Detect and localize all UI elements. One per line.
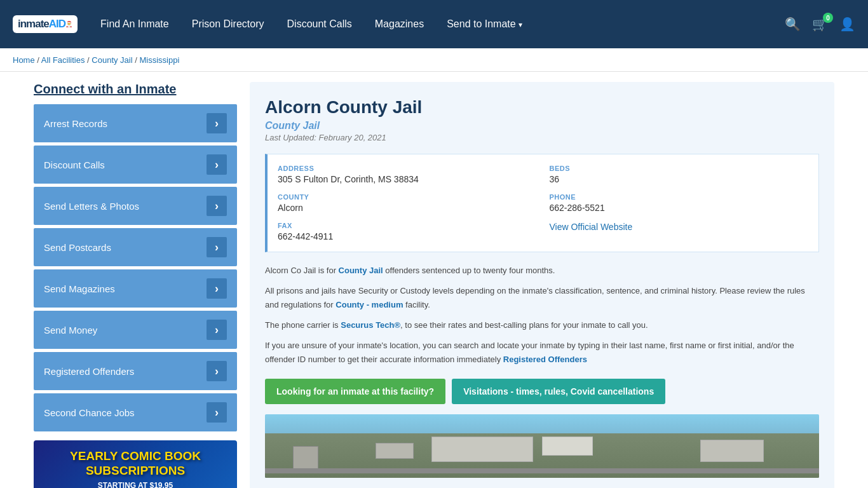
arrow-icon-send-letters: › xyxy=(207,196,227,216)
sidebar-item-send-postcards[interactable]: Send Postcards › xyxy=(34,228,237,266)
nav-icons: 🔍 🛒 0 👤 xyxy=(785,17,855,32)
sidebar-item-discount-calls[interactable]: Discount Calls › xyxy=(34,146,237,184)
ad-subtitle: STARTING AT $19.95 xyxy=(43,481,228,488)
county-block: COUNTY Alcorn xyxy=(278,193,537,213)
breadcrumb-home[interactable]: Home xyxy=(13,55,35,65)
sidebar-label-arrest-records: Arrest Records xyxy=(44,118,107,129)
fax-block: FAX 662-442-4911 xyxy=(278,222,537,241)
sidebar-label-send-money: Send Money xyxy=(44,325,97,336)
arrow-icon-send-postcards: › xyxy=(207,237,227,257)
sidebar-item-send-letters[interactable]: Send Letters & Photos › xyxy=(34,187,237,225)
county-label: COUNTY xyxy=(278,193,537,201)
nav-magazines[interactable]: Magazines xyxy=(375,18,424,30)
ad-title: YEARLY COMIC BOOKSUBSCRIPTIONS xyxy=(43,449,228,478)
county-value: Alcorn xyxy=(278,203,537,213)
sidebar-label-second-chance-jobs: Second Chance Jobs xyxy=(44,407,135,418)
arrow-icon-arrest-records: › xyxy=(207,113,227,133)
sidebar-title: Connect with an Inmate xyxy=(34,82,237,97)
sidebar-menu: Arrest Records › Discount Calls › Send L… xyxy=(34,104,237,431)
nav-send-to-inmate[interactable]: Send to Inmate ▾ xyxy=(447,18,522,30)
county-medium-link[interactable]: County - medium xyxy=(336,300,403,309)
visitations-button[interactable]: Visitations - times, rules, Covid cancel… xyxy=(452,379,665,404)
sidebar-item-second-chance-jobs[interactable]: Second Chance Jobs › xyxy=(34,393,237,431)
facility-image xyxy=(265,414,819,478)
arrow-icon-send-magazines: › xyxy=(207,278,227,299)
breadcrumb-mississippi[interactable]: Mississippi xyxy=(139,55,179,65)
nav-discount-calls[interactable]: Discount Calls xyxy=(287,18,352,30)
address-block: ADDRESS 305 S Fulton Dr, Corinth, MS 388… xyxy=(278,165,537,184)
arrow-icon-send-money: › xyxy=(207,320,227,340)
breadcrumb: Home / All Facilities / County Jail / Mi… xyxy=(13,55,179,65)
account-button[interactable]: 👤 xyxy=(839,17,855,32)
sidebar-item-registered-offenders[interactable]: Registered Offenders › xyxy=(34,352,237,390)
beds-label: BEDS xyxy=(550,165,809,172)
facility-updated: Last Updated: February 20, 2021 xyxy=(265,133,819,142)
facility-description: Alcorn Co Jail is for County Jail offend… xyxy=(265,264,819,367)
nav-find-inmate[interactable]: Find An Inmate xyxy=(100,18,169,30)
desc-paragraph-1: Alcorn Co Jail is for County Jail offend… xyxy=(265,264,819,278)
info-grid: ADDRESS 305 S Fulton Dr, Corinth, MS 388… xyxy=(265,154,819,252)
breadcrumb-county-jail[interactable]: County Jail xyxy=(92,55,132,65)
sidebar-item-send-money[interactable]: Send Money › xyxy=(34,311,237,349)
fax-value: 662-442-4911 xyxy=(278,231,537,241)
cta-buttons: Looking for an inmate at this facility? … xyxy=(265,379,819,404)
view-official-website-link[interactable]: View Official Website xyxy=(550,222,633,232)
county-jail-link-1[interactable]: County Jail xyxy=(339,266,383,275)
sidebar-item-arrest-records[interactable]: Arrest Records › xyxy=(34,104,237,142)
arrow-icon-second-chance-jobs: › xyxy=(207,402,227,423)
cart-badge: 0 xyxy=(823,13,833,23)
address-value: 305 S Fulton Dr, Corinth, MS 38834 xyxy=(278,174,537,184)
nav-links: Find An Inmate Prison Directory Discount… xyxy=(100,18,785,30)
address-label: ADDRESS xyxy=(278,165,537,172)
sidebar-label-send-letters: Send Letters & Photos xyxy=(44,201,139,212)
facility-name: Alcorn County Jail xyxy=(265,97,819,118)
facility-type: County Jail xyxy=(265,120,819,132)
arrow-icon-registered-offenders: › xyxy=(207,361,227,381)
phone-block: PHONE 662-286-5521 xyxy=(550,193,809,213)
looking-for-inmate-button[interactable]: Looking for an inmate at this facility? xyxy=(265,379,445,404)
sidebar-item-send-magazines[interactable]: Send Magazines › xyxy=(34,269,237,308)
content-area: Alcorn County Jail County Jail Last Upda… xyxy=(250,82,834,488)
logo-area[interactable]: inmateAID🎅 xyxy=(13,15,78,33)
sidebar-label-send-magazines: Send Magazines xyxy=(44,283,115,294)
arrow-icon-discount-calls: › xyxy=(207,154,227,175)
breadcrumb-all-facilities[interactable]: All Facilities xyxy=(41,55,85,65)
registered-offenders-link[interactable]: Registered Offenders xyxy=(503,355,587,364)
nav-prison-directory[interactable]: Prison Directory xyxy=(192,18,264,30)
phone-label: PHONE xyxy=(550,193,809,201)
desc-paragraph-3: The phone carrier is Securus Tech®, to s… xyxy=(265,318,819,332)
cart-button[interactable]: 🛒 0 xyxy=(812,17,828,32)
sidebar-label-discount-calls: Discount Calls xyxy=(44,159,105,170)
desc-paragraph-4: If you are unsure of your inmate's locat… xyxy=(265,339,819,367)
breadcrumb-bar: Home / All Facilities / County Jail / Mi… xyxy=(0,48,868,72)
beds-block: BEDS 36 xyxy=(550,165,809,184)
advertisement[interactable]: YEARLY COMIC BOOKSUBSCRIPTIONS STARTING … xyxy=(34,440,237,488)
sidebar-label-registered-offenders: Registered Offenders xyxy=(44,366,134,377)
website-block: View Official Website xyxy=(550,222,809,241)
desc-paragraph-2: All prisons and jails have Security or C… xyxy=(265,284,819,312)
securus-tech-link[interactable]: Securus Tech® xyxy=(341,320,400,330)
navbar: inmateAID🎅 Find An Inmate Prison Directo… xyxy=(0,0,868,48)
logo-aid-text: AID xyxy=(49,18,65,30)
sidebar-label-send-postcards: Send Postcards xyxy=(44,242,111,253)
sidebar: Connect with an Inmate Arrest Records › … xyxy=(34,82,237,488)
search-button[interactable]: 🔍 xyxy=(785,17,801,32)
beds-value: 36 xyxy=(550,174,809,184)
fax-label: FAX xyxy=(278,222,537,229)
logo-hat-icon: 🎅 xyxy=(65,21,72,27)
phone-value: 662-286-5521 xyxy=(550,203,809,213)
